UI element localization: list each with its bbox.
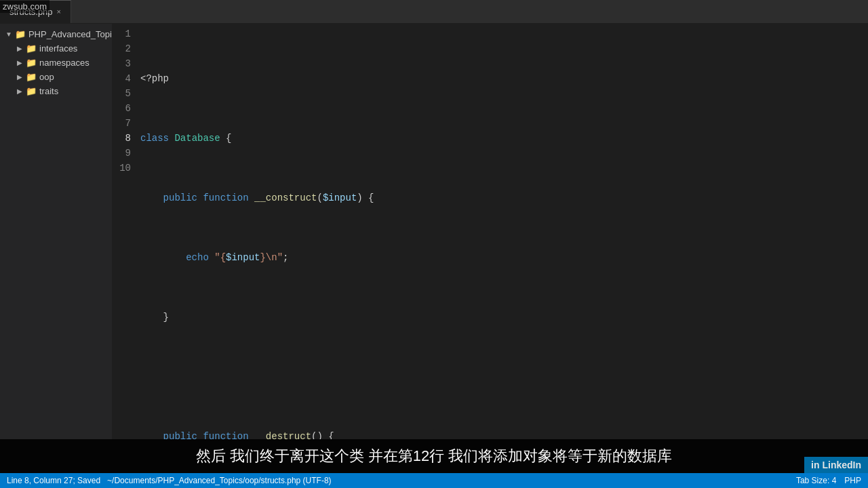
subtitle-text: 然后 我们终于离开这个类 并在第12行 我们将添加对象将等于新的数据库 [196, 447, 673, 464]
line-num: 1 [112, 26, 131, 41]
sidebar-item-namespaces[interactable]: ▶ 📁 namespaces [0, 56, 112, 70]
line-num: 9 [112, 146, 131, 161]
language-label: PHP [844, 476, 861, 485]
code-line-3: public function __construct($input) { [140, 190, 868, 205]
expand-arrow: ▶ [16, 87, 23, 95]
line-num: 5 [112, 86, 131, 101]
sidebar-root[interactable]: ▼ 📁 PHP_Advanced_Topics [0, 27, 112, 41]
status-right: Tab Size: 4 PHP [796, 476, 861, 485]
sidebar-item-oop[interactable]: ▶ 📁 oop [0, 70, 112, 84]
line-num: 3 [112, 56, 131, 71]
sidebar-item-label: interfaces [39, 43, 77, 54]
line-num: 2 [112, 41, 131, 56]
code-lines[interactable]: <?php class Database { public function _… [140, 26, 868, 439]
sidebar-item-label: traits [39, 86, 58, 96]
code-container: 1 2 3 4 5 6 7 8 9 10 <?php class Databas… [112, 24, 868, 439]
folder-icon: 📁 [26, 58, 37, 68]
code-line-2: class Database { [140, 131, 868, 146]
status-position: Line 8, Column 27; Saved ~/Documents/PHP… [7, 476, 332, 485]
folder-icon: 📁 [26, 43, 37, 54]
tab-size-label: Tab Size: 4 [796, 476, 836, 485]
root-label: PHP_Advanced_Topics [28, 29, 112, 39]
line-num: 6 [112, 101, 131, 116]
sidebar-item-label: namespaces [39, 58, 90, 68]
main-layout: ▼ 📁 PHP_Advanced_Topics ▶ 📁 interfaces ▶… [0, 24, 868, 439]
expand-arrow: ▶ [16, 59, 23, 66]
folder-icon: 📁 [26, 72, 37, 82]
line-num: 8 [112, 131, 131, 146]
tab-bar: structs.php × [0, 0, 868, 24]
root-folder-icon: 📁 [15, 29, 26, 39]
editor-area[interactable]: 1 2 3 4 5 6 7 8 9 10 <?php class Databas… [112, 24, 868, 439]
sidebar-item-interfaces[interactable]: ▶ 📁 interfaces [0, 41, 112, 56]
sidebar-item-traits[interactable]: ▶ 📁 traits [0, 84, 112, 98]
sidebar: ▼ 📁 PHP_Advanced_Topics ▶ 📁 interfaces ▶… [0, 24, 112, 439]
tab-filename: structs.php [9, 7, 53, 17]
subtitle-bar: 然后 我们终于离开这个类 并在第12行 我们将添加对象将等于新的数据库 [0, 439, 868, 473]
code-line-6 [140, 369, 868, 384]
status-left: Line 8, Column 27; Saved ~/Documents/PHP… [7, 476, 332, 485]
tab-structs-php[interactable]: structs.php × [0, 0, 71, 23]
code-line-4: echo "{$input}\n"; [140, 250, 868, 265]
expand-arrow: ▶ [16, 73, 23, 81]
code-line-1: <?php [140, 71, 868, 86]
line-num: 7 [112, 116, 131, 131]
close-icon[interactable]: × [57, 8, 61, 16]
sidebar-item-label: oop [39, 72, 54, 82]
expand-arrow: ▶ [16, 45, 23, 52]
status-bar: Line 8, Column 27; Saved ~/Documents/PHP… [0, 473, 868, 488]
folder-icon: 📁 [26, 86, 37, 96]
line-num: 10 [112, 161, 131, 176]
code-line-5: } [140, 310, 868, 325]
line-numbers: 1 2 3 4 5 6 7 8 9 10 [112, 26, 140, 439]
line-num: 4 [112, 71, 131, 86]
expand-arrow: ▼ [5, 30, 12, 38]
code-line-7: public function __destruct() { [140, 429, 868, 439]
linkedin-badge: in LinkedIn [804, 457, 868, 473]
